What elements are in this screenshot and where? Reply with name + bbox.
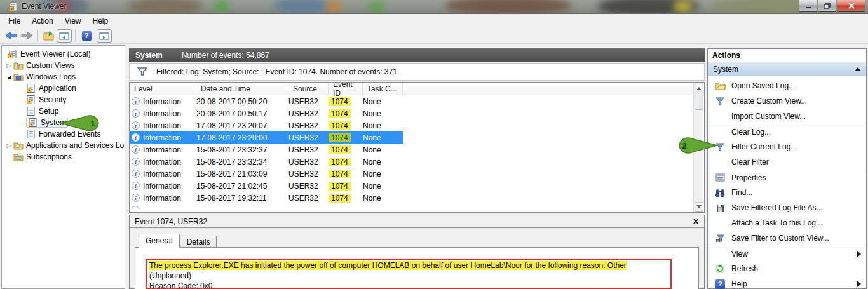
menu-action[interactable]: Action bbox=[26, 15, 58, 27]
action-label: Save Filter to Custom View... bbox=[731, 234, 829, 243]
expander-collapsed-icon[interactable]: ▷ bbox=[5, 142, 13, 149]
detail-header: Event 1074, USER32 ✕ bbox=[130, 215, 704, 229]
tree-item-label: Application bbox=[39, 84, 76, 93]
cell-level: Information bbox=[143, 182, 181, 191]
tree-item-custom-views[interactable]: ▷ Custom Views bbox=[2, 60, 125, 71]
menu-help[interactable]: Help bbox=[87, 15, 114, 27]
forward-button[interactable] bbox=[19, 29, 34, 43]
tree-item-security[interactable]: Security bbox=[2, 94, 125, 105]
action-label: Help bbox=[731, 279, 747, 288]
action-create-custom-view[interactable]: Create Custom View... bbox=[708, 93, 866, 109]
column-header-date-time[interactable]: Date and Time bbox=[196, 83, 288, 95]
action-open-saved-log[interactable]: Open Saved Log... bbox=[708, 78, 866, 93]
table-row[interactable]: iInformation 15-08-2017 21:02:45 USER32 … bbox=[130, 180, 403, 192]
action-clear-filter[interactable]: Clear Filter bbox=[708, 154, 866, 170]
action-save-filter-to-custom-view[interactable]: Save Filter to Custom View... bbox=[708, 231, 866, 246]
titlebar-blur-blob bbox=[325, 1, 342, 11]
action-label: View bbox=[731, 250, 748, 259]
tree-item-windows-logs[interactable]: ◢ Windows Logs bbox=[2, 71, 125, 83]
tab-details[interactable]: Details bbox=[180, 236, 217, 248]
information-icon: i bbox=[132, 182, 140, 190]
table-row-partial bbox=[130, 204, 403, 209]
tree-root-event-viewer-local[interactable]: Event Viewer (Local) bbox=[2, 48, 125, 60]
column-header-event-id[interactable]: Event ID bbox=[329, 83, 363, 95]
close-button[interactable] bbox=[837, 0, 865, 12]
action-properties[interactable]: Properties bbox=[708, 170, 866, 185]
expander-expanded-icon[interactable]: ◢ bbox=[5, 74, 13, 80]
cell-event-id: 1074 bbox=[329, 145, 351, 154]
table-row[interactable]: iInformation 15-08-2017 23:32:34 USER32 … bbox=[130, 156, 403, 168]
cell-task: None bbox=[363, 131, 403, 144]
action-label: Find... bbox=[731, 188, 752, 197]
action-label: Import Custom View... bbox=[731, 112, 806, 121]
information-icon bbox=[132, 206, 140, 209]
show-hide-action-pane-button[interactable] bbox=[97, 29, 112, 43]
table-row[interactable]: iInformation 17-08-2017 23:20:07 USER32 … bbox=[130, 119, 403, 131]
back-button[interactable] bbox=[4, 29, 19, 43]
tree-item-applications-and-services[interactable]: ▷ Applications and Services Lo bbox=[2, 140, 125, 151]
column-header-level[interactable]: Level bbox=[130, 83, 196, 95]
event-viewer-app-icon bbox=[9, 2, 18, 11]
security-log-icon bbox=[26, 95, 36, 104]
title-bar: Event Viewer bbox=[0, 0, 868, 14]
table-row-selected[interactable]: iInformation 17-08-2017 23:20:00 USER32 … bbox=[130, 131, 403, 144]
filter-info-bar: Filtered: Log: System; Source: ; Event I… bbox=[129, 63, 705, 81]
column-header-task-category[interactable]: Task C... bbox=[363, 83, 403, 95]
submenu-arrow-icon bbox=[857, 251, 861, 257]
event-table: Level Date and Time Source Event ID Task… bbox=[129, 82, 705, 213]
action-attach-task-to-log[interactable]: Attach a Task To this Log... bbox=[708, 215, 866, 231]
titlebar-blur-blob bbox=[214, 1, 229, 11]
close-icon bbox=[848, 3, 855, 9]
table-row[interactable]: iInformation 20-08-2017 00:50:17 USER32 … bbox=[130, 107, 403, 119]
cell-level: Information bbox=[143, 97, 181, 106]
table-row[interactable]: iInformation 20-08-2017 00:50:20 USER32 … bbox=[130, 95, 403, 107]
action-help[interactable]: ? Help bbox=[708, 276, 866, 289]
table-row[interactable]: iInformation 15-08-2017 23:32:37 USER32 … bbox=[130, 144, 403, 156]
detail-close-icon[interactable]: ✕ bbox=[693, 217, 699, 226]
export-log-button[interactable] bbox=[41, 29, 57, 43]
action-filter-current-log[interactable]: Filter Current Log... bbox=[708, 139, 866, 154]
filter-save-icon bbox=[715, 234, 725, 243]
action-view[interactable]: View bbox=[708, 246, 866, 261]
event-message-highlighted: The process Explorer.EXE has initiated t… bbox=[149, 261, 627, 270]
expander-collapsed-icon[interactable]: ▷ bbox=[5, 62, 13, 69]
cell-datetime: 17-08-2017 23:20:07 bbox=[196, 119, 288, 131]
tab-general[interactable]: General bbox=[139, 234, 180, 248]
scroll-down-icon bbox=[696, 205, 702, 208]
scroll-down-button[interactable] bbox=[695, 202, 703, 212]
menu-view[interactable]: View bbox=[59, 15, 87, 27]
table-row[interactable]: iInformation 15-08-2017 21:03:09 USER32 … bbox=[130, 168, 403, 180]
action-find[interactable]: Find... bbox=[708, 185, 866, 200]
table-row[interactable]: iInformation 15-08-2017 19:32:11 USER32 … bbox=[130, 192, 403, 204]
action-label: Attach a Task To this Log... bbox=[731, 218, 822, 227]
menu-file[interactable]: File bbox=[3, 15, 26, 27]
scroll-up-icon bbox=[696, 87, 702, 90]
show-hide-console-tree-button[interactable] bbox=[57, 29, 72, 43]
maximize-button[interactable] bbox=[818, 0, 836, 12]
cell-level: Information bbox=[143, 109, 181, 118]
action-label: Open Saved Log... bbox=[731, 81, 795, 90]
tree-item-subscriptions[interactable]: Subscriptions bbox=[2, 151, 125, 163]
cell-source: USER32 bbox=[288, 156, 329, 168]
back-arrow-icon bbox=[6, 32, 17, 39]
scrollbar-thumb[interactable] bbox=[695, 95, 703, 110]
column-header-source[interactable]: Source bbox=[288, 83, 329, 95]
cell-datetime: 15-08-2017 21:02:45 bbox=[196, 180, 288, 192]
tree-item-application[interactable]: Application bbox=[2, 83, 125, 94]
forward-arrow-icon bbox=[21, 32, 32, 39]
minimize-button[interactable] bbox=[799, 0, 817, 12]
action-refresh[interactable]: Refresh bbox=[708, 261, 866, 276]
titlebar-blur-blob bbox=[369, 1, 385, 11]
action-save-filtered-log-file-as[interactable]: Save Filtered Log File As... bbox=[708, 200, 866, 215]
help-icon: ? bbox=[715, 279, 725, 289]
export-folder-icon bbox=[43, 31, 55, 41]
cell-event-id: 1074 bbox=[329, 170, 351, 178]
toolbar-separator bbox=[75, 30, 76, 41]
scroll-up-button[interactable] bbox=[695, 84, 703, 93]
collapse-section-icon[interactable] bbox=[855, 67, 861, 71]
help-button[interactable]: ? bbox=[79, 29, 94, 43]
action-import-custom-view[interactable]: Import Custom View... bbox=[708, 109, 866, 124]
cell-source: USER32 bbox=[288, 95, 329, 107]
action-clear-log[interactable]: Clear Log... bbox=[708, 124, 866, 139]
actions-section-system[interactable]: System bbox=[708, 62, 866, 76]
